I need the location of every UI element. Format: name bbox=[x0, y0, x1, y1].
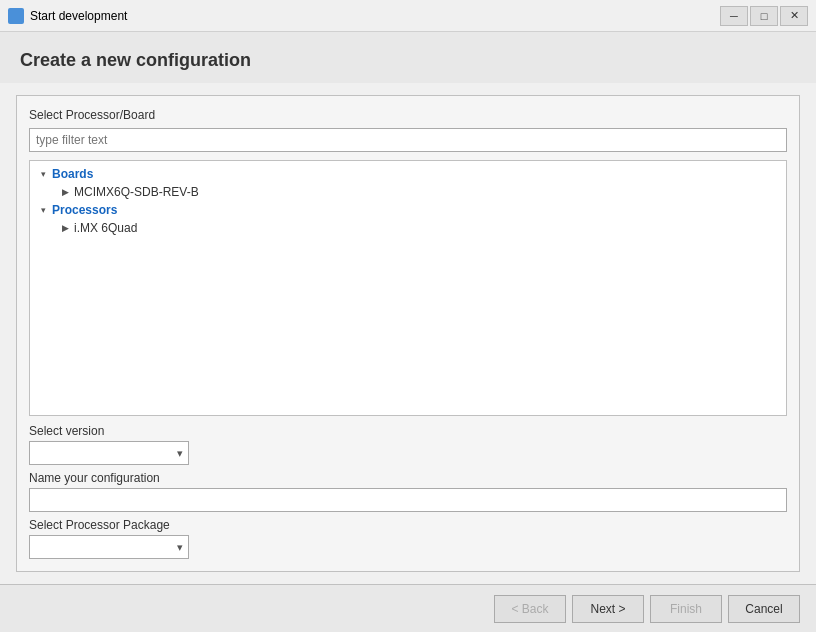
config-name-label: Name your configuration bbox=[29, 471, 787, 485]
boards-label: Boards bbox=[52, 167, 93, 181]
window-controls: ─ □ ✕ bbox=[720, 6, 808, 26]
main-panel: Select Processor/Board ▾ Boards ▶ MCIMX6… bbox=[16, 95, 800, 572]
version-select-wrapper bbox=[29, 441, 189, 465]
select-processor-label: Select Processor/Board bbox=[29, 108, 787, 122]
processor-package-row: Select Processor Package bbox=[29, 518, 787, 559]
tree-item-mcimx[interactable]: ▶ MCIMX6Q-SDB-REV-B bbox=[30, 183, 786, 201]
content-area: Select Processor/Board ▾ Boards ▶ MCIMX6… bbox=[0, 83, 816, 584]
chevron-right-icon-imx: ▶ bbox=[58, 221, 72, 235]
window-body: Create a new configuration Select Proces… bbox=[0, 32, 816, 584]
chevron-right-icon: ▶ bbox=[58, 185, 72, 199]
cancel-button[interactable]: Cancel bbox=[728, 595, 800, 623]
processors-label: Processors bbox=[52, 203, 117, 217]
filter-input[interactable] bbox=[29, 128, 787, 152]
window-title: Start development bbox=[30, 9, 720, 23]
tree-group-boards[interactable]: ▾ Boards bbox=[30, 165, 786, 183]
version-select[interactable] bbox=[29, 441, 189, 465]
processor-package-select-wrapper bbox=[29, 535, 189, 559]
back-button[interactable]: < Back bbox=[494, 595, 566, 623]
processor-package-label: Select Processor Package bbox=[29, 518, 787, 532]
window: Start development ─ □ ✕ Create a new con… bbox=[0, 0, 816, 632]
mcimx-label: MCIMX6Q-SDB-REV-B bbox=[74, 185, 199, 199]
tree-group-processors[interactable]: ▾ Processors bbox=[30, 201, 786, 219]
page-title: Create a new configuration bbox=[0, 32, 816, 83]
app-icon bbox=[8, 8, 24, 24]
tree-item-imx6quad[interactable]: ▶ i.MX 6Quad bbox=[30, 219, 786, 237]
version-row: Select version bbox=[29, 424, 787, 465]
version-label: Select version bbox=[29, 424, 787, 438]
finish-button[interactable]: Finish bbox=[650, 595, 722, 623]
next-button[interactable]: Next > bbox=[572, 595, 644, 623]
imx6quad-label: i.MX 6Quad bbox=[74, 221, 137, 235]
processor-package-select[interactable] bbox=[29, 535, 189, 559]
close-button[interactable]: ✕ bbox=[780, 6, 808, 26]
chevron-down-icon: ▾ bbox=[36, 167, 50, 181]
config-name-input[interactable] bbox=[29, 488, 787, 512]
config-name-row: Name your configuration bbox=[29, 471, 787, 512]
maximize-button[interactable]: □ bbox=[750, 6, 778, 26]
bottom-section: Select version Name your configuration bbox=[29, 424, 787, 559]
footer: < Back Next > Finish Cancel bbox=[0, 584, 816, 632]
minimize-button[interactable]: ─ bbox=[720, 6, 748, 26]
title-bar: Start development ─ □ ✕ bbox=[0, 0, 816, 32]
chevron-down-icon-processors: ▾ bbox=[36, 203, 50, 217]
tree-view: ▾ Boards ▶ MCIMX6Q-SDB-REV-B ▾ Processor… bbox=[29, 160, 787, 416]
